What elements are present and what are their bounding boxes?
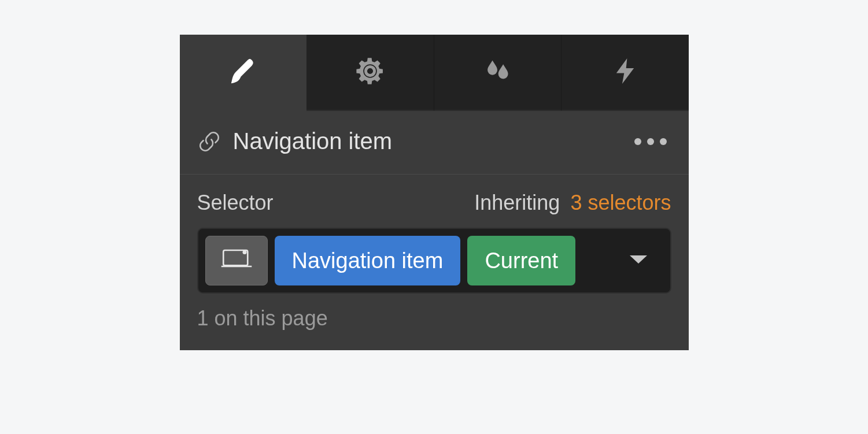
selected-element-row: Navigation item: [180, 111, 689, 175]
dots-icon: [647, 138, 654, 145]
tab-effects[interactable]: [434, 35, 562, 111]
selector-dropdown[interactable]: [614, 236, 663, 285]
link-icon: [197, 129, 221, 154]
selector-heading: Selector: [197, 191, 274, 215]
breakpoint-chip[interactable]: [205, 236, 268, 285]
tab-interactions[interactable]: [561, 35, 689, 111]
panel-tabs: [180, 35, 689, 111]
state-chip[interactable]: Current: [467, 236, 575, 285]
selector-heading-row: Selector Inheriting 3 selectors: [197, 191, 671, 215]
style-panel: Navigation item Selector Inheriting 3 se…: [180, 35, 689, 350]
svg-point-2: [242, 250, 246, 254]
selector-section: Selector Inheriting 3 selectors: [180, 175, 689, 350]
chevron-down-icon: [629, 253, 648, 268]
desktop-icon: [220, 246, 253, 276]
tab-style[interactable]: [180, 35, 307, 111]
class-chip[interactable]: Navigation item: [275, 236, 461, 285]
brush-icon: [227, 56, 258, 90]
inheriting-count-link[interactable]: 3 selectors: [570, 191, 671, 214]
selector-count-line: 1 on this page: [197, 306, 671, 331]
dots-icon: [660, 138, 667, 145]
inheriting-label: Inheriting: [474, 191, 560, 214]
selected-element-label: Navigation item: [233, 128, 630, 154]
bolt-icon: [610, 55, 641, 89]
gear-icon: [354, 55, 386, 89]
tab-settings[interactable]: [306, 35, 434, 111]
selector-input[interactable]: Navigation item Current: [197, 228, 671, 294]
dots-icon: [634, 138, 641, 145]
droplets-icon: [482, 55, 513, 89]
element-more-button[interactable]: [630, 133, 671, 150]
inheriting-summary: Inheriting 3 selectors: [474, 191, 671, 215]
